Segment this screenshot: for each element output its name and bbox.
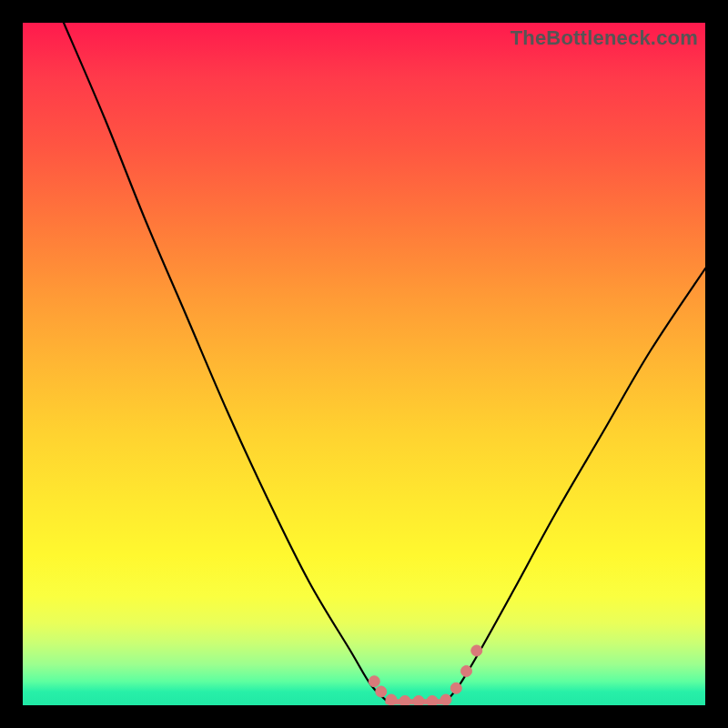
watermark-text: TheBottleneck.com [511,26,698,50]
chart-frame: TheBottleneck.com [23,23,705,705]
gradient-background [23,23,705,705]
